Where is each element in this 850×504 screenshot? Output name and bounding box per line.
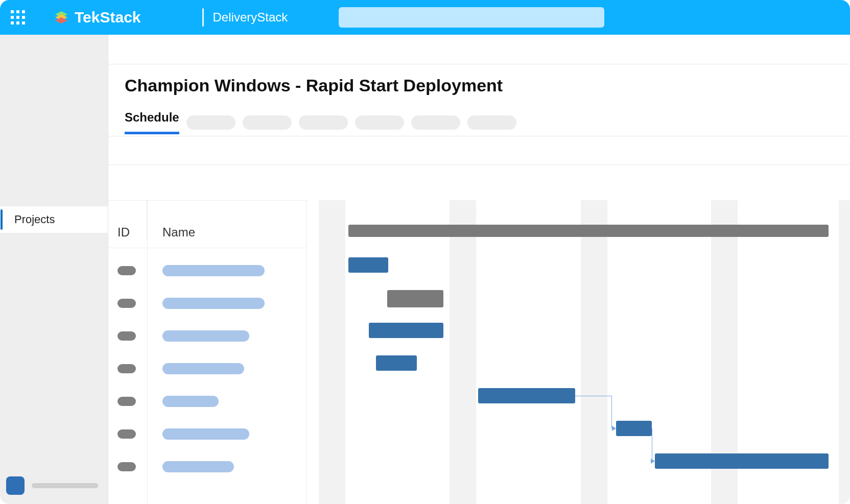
name-placeholder (162, 363, 244, 374)
table-row[interactable] (108, 352, 306, 385)
dependency-link (652, 428, 652, 461)
sidebar-footer[interactable] (6, 476, 98, 495)
toolbar-band (108, 136, 850, 165)
brand-name: TekStack (75, 9, 141, 26)
sidebar: Projects (0, 35, 108, 504)
tab-placeholder[interactable] (243, 115, 292, 130)
gantt-task-bar[interactable] (616, 421, 652, 436)
weekend-band (839, 200, 850, 504)
dependency-link (575, 396, 612, 428)
header-spacer (108, 35, 850, 64)
table-row[interactable] (108, 385, 306, 418)
brand-logo-icon (53, 9, 69, 26)
gantt-task-bar[interactable] (478, 388, 575, 403)
name-placeholder (162, 330, 249, 342)
gantt-chart[interactable] (308, 200, 850, 504)
brand[interactable]: TekStack (53, 9, 141, 26)
gantt-task-bar[interactable] (655, 453, 829, 469)
task-rows (108, 254, 306, 483)
columns-header: ID Name (108, 200, 306, 248)
sidebar-footer-icon (6, 476, 25, 495)
id-placeholder (117, 462, 136, 471)
name-placeholder (162, 396, 219, 407)
tab-placeholder[interactable] (186, 115, 235, 130)
grid-area: ID Name (108, 188, 850, 504)
sidebar-item-projects[interactable]: Projects (0, 206, 108, 233)
name-placeholder (162, 461, 234, 472)
main: Champion Windows - Rapid Start Deploymen… (108, 35, 850, 504)
dependency-arrow-icon (651, 459, 655, 464)
gantt-task-bar[interactable] (369, 323, 443, 338)
id-placeholder (117, 429, 136, 439)
id-placeholder (117, 331, 136, 341)
name-placeholder (162, 265, 265, 276)
sidebar-item-label: Projects (14, 213, 55, 226)
tabs: Schedule (108, 95, 850, 136)
column-id-header[interactable]: ID (108, 201, 147, 239)
gantt-summary-bar[interactable] (387, 290, 443, 307)
table-row[interactable] (108, 418, 306, 450)
page-title: Champion Windows - Rapid Start Deploymen… (108, 64, 850, 95)
name-placeholder (162, 428, 249, 440)
search-input[interactable] (339, 7, 604, 28)
tab-placeholder[interactable] (467, 115, 516, 130)
weekend-band (581, 200, 607, 504)
divider (202, 8, 204, 27)
sidebar-footer-label-placeholder (32, 483, 98, 488)
column-name-header[interactable]: Name (147, 225, 195, 239)
gantt-summary-bar[interactable] (348, 225, 829, 237)
grid-split-divider[interactable] (306, 200, 307, 504)
id-placeholder (117, 397, 136, 406)
weekend-band (450, 200, 476, 504)
top-bar: TekStack DeliveryStack (0, 0, 850, 35)
id-placeholder (117, 266, 136, 275)
table-row[interactable] (108, 320, 306, 352)
gantt-task-bar[interactable] (348, 257, 388, 273)
id-placeholder (117, 364, 136, 373)
tab-placeholder[interactable] (355, 115, 404, 130)
id-placeholder (117, 299, 136, 308)
table-row[interactable] (108, 254, 306, 287)
gantt-task-bar[interactable] (376, 355, 417, 371)
app-name[interactable]: DeliveryStack (213, 10, 288, 25)
table-row[interactable] (108, 450, 306, 483)
apps-grid-icon[interactable] (10, 10, 26, 25)
tab-placeholder[interactable] (299, 115, 348, 130)
name-placeholder (162, 298, 265, 309)
weekend-band (319, 200, 345, 504)
tab-placeholder[interactable] (411, 115, 460, 130)
tab-schedule[interactable]: Schedule (125, 110, 179, 134)
dependency-arrow-icon (612, 426, 616, 431)
table-row[interactable] (108, 287, 306, 320)
